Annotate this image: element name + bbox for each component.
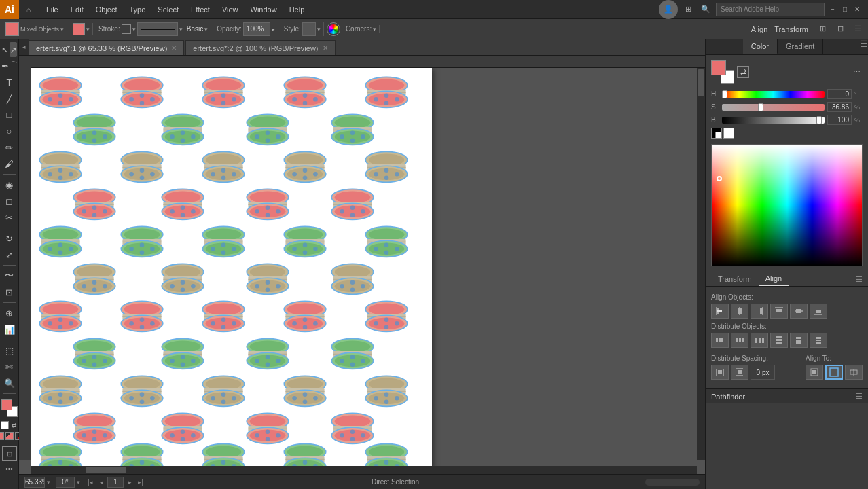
none-color[interactable] xyxy=(1,421,9,429)
pen-tool[interactable]: ✒ xyxy=(1,58,9,73)
menu-window[interactable]: Window xyxy=(245,4,283,15)
arrange-icon[interactable]: ⊞ xyxy=(815,22,830,37)
rectangle-tool[interactable]: □ xyxy=(2,107,17,122)
pathfinder-menu[interactable]: ☰ xyxy=(856,392,863,401)
more-tools[interactable]: ••• xyxy=(5,465,13,473)
color-options-icon[interactable]: ⋯ xyxy=(850,66,863,78)
menu-object[interactable]: Object xyxy=(90,4,123,15)
direct-selection-tool[interactable]: ↗ xyxy=(10,42,17,57)
tab-2-close[interactable]: ✕ xyxy=(323,44,328,52)
s-value-input[interactable]: 36.86 xyxy=(827,102,852,112)
color-spectrum[interactable] xyxy=(711,144,863,266)
dist-bottom-btn[interactable] xyxy=(810,333,827,348)
style-arrow[interactable]: ▾ xyxy=(317,26,321,33)
opacity-input[interactable] xyxy=(243,22,270,36)
fill-swatch[interactable] xyxy=(5,22,19,36)
eraser-tool[interactable]: ◻ xyxy=(2,194,17,209)
opacity-arrow[interactable]: ▸ xyxy=(272,26,275,33)
object-type-dropdown[interactable]: Mixed Objects xyxy=(20,26,59,33)
spectrum-canvas[interactable] xyxy=(712,145,862,266)
menu-view[interactable]: View xyxy=(217,4,244,15)
restore-button[interactable]: □ xyxy=(839,4,850,15)
menu-help[interactable]: Help xyxy=(284,4,310,15)
h-slider-track[interactable] xyxy=(722,91,825,98)
swap-icon[interactable]: ⇄ xyxy=(737,66,749,78)
selection-tool[interactable]: ↖ xyxy=(1,42,9,57)
stroke-style-arrow[interactable]: ▾ xyxy=(179,26,183,33)
align-label[interactable]: Align xyxy=(751,25,767,33)
panel-icon[interactable]: ⊟ xyxy=(833,22,848,37)
scrollbar-right[interactable] xyxy=(697,68,705,460)
screen-mode[interactable]: ⊡ xyxy=(2,446,17,461)
tab-scroll-left[interactable]: ◂ xyxy=(19,39,29,55)
pencil-tool[interactable]: ✏ xyxy=(2,140,17,155)
scrollbar-thumb-v[interactable] xyxy=(698,69,704,96)
fill-arrow[interactable]: ▾ xyxy=(86,26,90,33)
fill-color-box[interactable] xyxy=(1,399,12,410)
stroke-arrow[interactable]: ▾ xyxy=(132,26,136,33)
align-to-key-btn[interactable] xyxy=(845,365,863,380)
symbol-tool[interactable]: ⊕ xyxy=(2,306,17,321)
search-icon[interactable]: 🔍 xyxy=(698,2,713,17)
page-first-btn[interactable]: |◂ xyxy=(86,477,95,487)
h-value-input[interactable]: 0 xyxy=(827,89,852,99)
home-icon[interactable]: ⌂ xyxy=(19,0,38,19)
align-to-selection-btn[interactable] xyxy=(806,365,823,380)
pathfinder-header[interactable]: Pathfinder ☰ xyxy=(706,388,868,403)
align-top-btn[interactable] xyxy=(770,304,788,319)
dist-left-btn[interactable] xyxy=(711,333,729,348)
tab-align[interactable]: Align xyxy=(759,272,789,286)
fill-mode[interactable] xyxy=(0,432,4,440)
page-last-btn[interactable]: ▸| xyxy=(136,477,145,487)
blob-brush-tool[interactable]: ◉ xyxy=(2,177,17,192)
menu-file[interactable]: File xyxy=(41,4,64,15)
dist-right-btn[interactable] xyxy=(751,333,768,348)
fill-swatch-large[interactable] xyxy=(711,60,726,75)
paintbrush-tool[interactable]: 🖌 xyxy=(2,156,17,171)
s-slider-thumb[interactable] xyxy=(758,103,763,111)
stroke-basic-arrow[interactable]: ▾ xyxy=(204,26,208,33)
align-center-h-btn[interactable] xyxy=(731,304,748,319)
bar-chart-tool[interactable]: 📊 xyxy=(2,322,17,337)
corners-arrow[interactable]: ▾ xyxy=(373,26,376,33)
line-tool[interactable]: ╱ xyxy=(2,91,17,106)
tab-gradient[interactable]: Gradient xyxy=(778,39,823,54)
dist-center-v-btn[interactable] xyxy=(790,333,808,348)
minimize-button[interactable]: − xyxy=(827,4,838,15)
tab-2[interactable]: ertert.svg*:2 @ 100 % (RGB/Preview) ✕ xyxy=(185,40,335,55)
object-type-arrow[interactable]: ▾ xyxy=(60,26,64,33)
curvature-tool[interactable]: ⌒ xyxy=(10,58,17,73)
b-value-input[interactable]: 100 xyxy=(827,115,852,125)
color-wheel-icon[interactable] xyxy=(327,22,340,36)
scrollbar-bottom[interactable] xyxy=(31,466,697,474)
dist-space-h-btn[interactable] xyxy=(711,365,729,380)
page-prev-btn[interactable]: ◂ xyxy=(96,477,106,487)
dist-center-h-btn[interactable] xyxy=(731,333,748,348)
artboard-tool[interactable]: ⬚ xyxy=(2,343,17,358)
zoom-arrow[interactable]: ▾ xyxy=(47,479,50,486)
tab-1[interactable]: ertert.svg*:1 @ 65.33 % (RGB/Preview) ✕ xyxy=(29,40,184,55)
tab-transform[interactable]: Transform xyxy=(711,273,759,285)
rotation-input[interactable] xyxy=(56,477,75,488)
menu-edit[interactable]: Edit xyxy=(65,4,89,15)
spacing-value-input[interactable] xyxy=(751,365,775,380)
color-panel-menu[interactable]: ☰ xyxy=(861,39,868,54)
rotate-tool[interactable]: ↻ xyxy=(2,231,17,246)
rotation-arrow[interactable]: ▾ xyxy=(77,479,80,486)
menu-select[interactable]: Select xyxy=(152,4,184,15)
free-transform-tool[interactable]: ⊡ xyxy=(2,285,17,300)
user-avatar[interactable]: 👤 xyxy=(659,0,678,19)
type-tool[interactable]: T xyxy=(2,75,17,90)
dist-top-btn[interactable] xyxy=(770,333,788,348)
white-swatch[interactable] xyxy=(723,128,734,139)
more-panels-icon[interactable]: ☰ xyxy=(850,22,865,37)
page-next-btn[interactable]: ▸ xyxy=(125,477,134,487)
swap-colors-icon[interactable]: ⇄ xyxy=(10,421,18,429)
s-slider-track[interactable] xyxy=(722,104,825,111)
align-center-v-btn[interactable] xyxy=(790,304,808,319)
page-input[interactable] xyxy=(107,477,124,488)
close-button[interactable]: ✕ xyxy=(852,4,863,15)
menu-type[interactable]: Type xyxy=(124,4,151,15)
zoom-input[interactable]: 65.33% xyxy=(24,477,45,488)
align-to-artboard-btn[interactable] xyxy=(825,365,843,380)
